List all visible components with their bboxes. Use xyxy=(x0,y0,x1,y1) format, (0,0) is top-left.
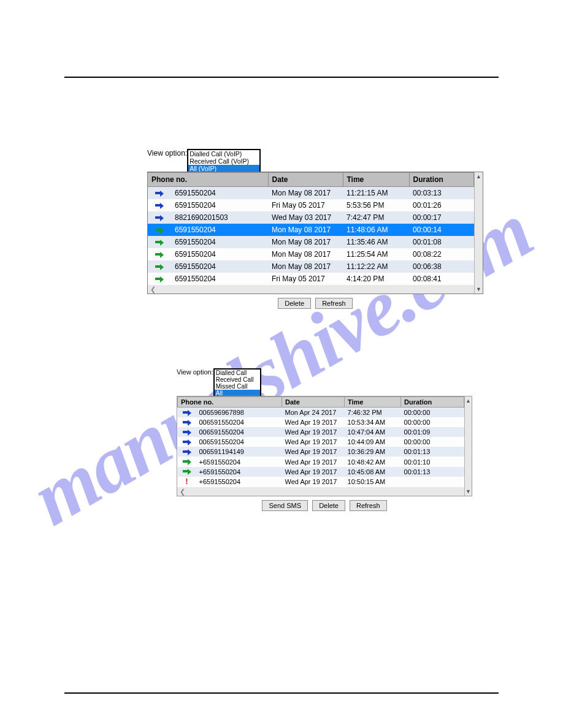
cell-phone: 006591550204 xyxy=(196,417,282,427)
table-row[interactable]: 6591550204Mon May 08 201711:35:46 AM00:0… xyxy=(148,236,474,248)
refresh-button[interactable]: Refresh xyxy=(350,500,387,511)
cell-date: Wed Apr 19 2017 xyxy=(282,457,345,466)
cell-date: Wed Apr 19 2017 xyxy=(282,427,345,437)
cell-phone: +6591550204 xyxy=(196,467,282,477)
cell-date: Wed Apr 19 2017 xyxy=(282,447,345,457)
cell-date: Mon May 08 2017 xyxy=(268,187,343,200)
cell-time: 10:47:04 AM xyxy=(345,427,401,437)
header-date[interactable]: Date xyxy=(268,173,343,187)
table-row[interactable]: 6591550204Mon May 08 201711:25:54 AM00:0… xyxy=(148,248,474,260)
cell-duration: 00:06:38 xyxy=(409,260,474,273)
refresh-button[interactable]: Refresh xyxy=(315,298,353,309)
cell-phone: 6591550204 xyxy=(171,260,268,273)
table-row[interactable]: !+6591550204Wed Apr 19 201710:50:15 AM xyxy=(178,477,464,487)
table-row[interactable]: 6591550204Mon May 08 201711:48:06 AM00:0… xyxy=(148,224,474,236)
cell-duration: 00:08:41 xyxy=(409,273,474,285)
cell-duration: 00:00:00 xyxy=(401,408,464,418)
cell-phone: +6591550204 xyxy=(196,457,282,466)
table-row[interactable]: 6591550204Fri May 05 20174:14:20 PM00:08… xyxy=(148,273,474,285)
cell-phone: 6591550204 xyxy=(171,224,268,236)
cell-time: 11:25:54 AM xyxy=(343,248,409,260)
cell-date: Fri May 05 2017 xyxy=(268,199,343,211)
cell-date: Mon May 08 2017 xyxy=(268,248,343,260)
scroll-up-arrow-icon[interactable]: ▲ xyxy=(475,172,483,181)
scroll-down-arrow-icon[interactable]: ▼ xyxy=(475,285,483,294)
incoming-call-icon xyxy=(155,251,164,259)
cell-phone: 6591550204 xyxy=(171,236,268,248)
table-row[interactable]: 6591550204Fri May 05 20175:53:56 PM00:01… xyxy=(148,199,474,211)
scroll-down-arrow-icon[interactable]: ▼ xyxy=(465,487,472,496)
cell-duration: 00:01:13 xyxy=(401,447,464,457)
dropdown-option[interactable]: Missed Call xyxy=(215,383,260,390)
cell-phone: 006591550204 xyxy=(196,437,282,447)
dropdown-option[interactable]: Received Call xyxy=(215,376,260,383)
scroll-left-arrow-icon[interactable]: ❮ xyxy=(150,285,156,294)
dropdown-option[interactable]: Dialled Call (VoIP) xyxy=(188,150,259,157)
cell-duration xyxy=(401,477,464,487)
incoming-call-icon xyxy=(155,227,164,234)
dropdown-option[interactable]: Received Call (VoIP) xyxy=(188,157,259,165)
dropdown-option[interactable]: Dialled Call xyxy=(215,370,260,376)
call-log-panel: View option: Dialled Call Received Call … xyxy=(177,368,472,511)
send-sms-button[interactable]: Send SMS xyxy=(262,500,308,511)
table-row[interactable]: 006591550204Wed Apr 19 201710:44:09 AM00… xyxy=(178,437,464,447)
incoming-call-icon xyxy=(183,468,191,476)
cell-time: 11:35:46 AM xyxy=(343,236,409,248)
cell-date: Mon May 08 2017 xyxy=(268,260,343,273)
call-log-table: Phone no. Date Time Duration 6591550204M… xyxy=(148,172,474,285)
cell-date: Mon Apr 24 2017 xyxy=(282,408,345,418)
table-row[interactable]: 006596967898Mon Apr 24 20177:46:32 PM00:… xyxy=(178,408,464,418)
cell-phone: 006596967898 xyxy=(196,408,282,418)
header-duration[interactable]: Duration xyxy=(401,397,464,408)
cell-time: 11:21:15 AM xyxy=(343,187,409,200)
cell-time: 11:12:22 AM xyxy=(343,260,409,273)
incoming-call-icon xyxy=(155,264,164,271)
delete-button[interactable]: Delete xyxy=(278,298,311,309)
vertical-scrollbar[interactable]: ▲ ▼ xyxy=(474,172,483,294)
outgoing-call-icon xyxy=(155,214,164,222)
table-row[interactable]: +6591550204Wed Apr 19 201710:48:42 AM00:… xyxy=(178,457,464,466)
table-row[interactable]: 006591550204Wed Apr 19 201710:47:04 AM00… xyxy=(178,427,464,437)
table-row[interactable]: 006591194149Wed Apr 19 201710:36:29 AM00… xyxy=(178,447,464,457)
panel1-button-row: Delete Refresh xyxy=(147,298,483,309)
call-log-voip-panel: View option: Dialled Call (VoIP) Receive… xyxy=(147,149,483,309)
table-row[interactable]: 6591550204Mon May 08 201711:12:22 AM00:0… xyxy=(148,260,474,273)
vertical-scrollbar[interactable]: ▲ ▼ xyxy=(464,396,472,496)
call-log-table-container: ▲ ▼ Phone no. Date Time Duration 0065969… xyxy=(177,396,472,496)
outgoing-call-icon xyxy=(155,190,164,197)
header-time[interactable]: Time xyxy=(345,397,401,408)
cell-date: Wed May 03 2017 xyxy=(268,211,343,224)
cell-duration: 00:00:00 xyxy=(401,417,464,427)
cell-date: Mon May 08 2017 xyxy=(268,236,343,248)
header-date[interactable]: Date xyxy=(282,397,345,408)
cell-time: 5:53:56 PM xyxy=(343,199,409,211)
outgoing-call-icon xyxy=(183,439,191,446)
scroll-up-arrow-icon[interactable]: ▲ xyxy=(465,396,472,405)
table-row[interactable]: 006591550204Wed Apr 19 201710:53:34 AM00… xyxy=(178,417,464,427)
table-row[interactable]: 6591550204Mon May 08 201711:21:15 AM00:0… xyxy=(148,187,474,200)
table-row[interactable]: +6591550204Wed Apr 19 201710:45:08 AM00:… xyxy=(178,467,464,477)
cell-phone: +6591550204 xyxy=(196,477,282,487)
outgoing-call-icon xyxy=(183,449,191,456)
header-phone[interactable]: Phone no. xyxy=(148,173,268,187)
scroll-left-arrow-icon[interactable]: ❮ xyxy=(180,487,185,496)
delete-button[interactable]: Delete xyxy=(312,500,345,511)
outgoing-call-icon xyxy=(155,202,164,210)
call-log-table-container: ▲ ▼ Phone no. Date Time Duration 6591550… xyxy=(147,172,483,294)
horizontal-scrollbar[interactable]: ❮ ❯ xyxy=(148,285,483,294)
cell-duration: 00:01:26 xyxy=(409,199,474,211)
view-option-dropdown[interactable]: Dialled Call Received Call Missed Call A… xyxy=(213,368,261,396)
cell-time: 10:45:08 AM xyxy=(345,467,401,477)
cell-date: Wed Apr 19 2017 xyxy=(282,437,345,447)
horizontal-scrollbar[interactable]: ❮ ❯ xyxy=(177,487,472,496)
cell-phone: 006591194149 xyxy=(196,447,282,457)
cell-date: Wed Apr 19 2017 xyxy=(282,467,345,477)
header-duration[interactable]: Duration xyxy=(409,173,474,187)
incoming-call-icon xyxy=(155,239,164,246)
header-time[interactable]: Time xyxy=(343,173,409,187)
view-option-dropdown[interactable]: Dialled Call (VoIP) Received Call (VoIP)… xyxy=(187,149,261,172)
table-row[interactable]: 8821690201503Wed May 03 20177:42:47 PM00… xyxy=(148,211,474,224)
cell-time: 4:14:20 PM xyxy=(343,273,409,285)
header-phone[interactable]: Phone no. xyxy=(178,397,282,408)
cell-duration: 00:01:09 xyxy=(401,427,464,437)
